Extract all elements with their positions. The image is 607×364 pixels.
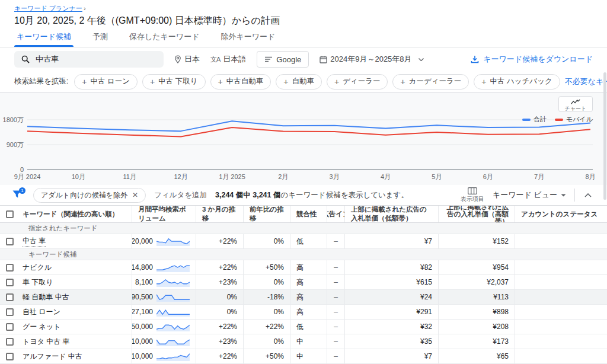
chip-label: 中古 ハッチバック [490, 76, 552, 87]
location-selector[interactable]: 日本 [174, 54, 200, 65]
network-selector[interactable]: Google [257, 51, 309, 68]
chip-label: 中古自動車 [226, 76, 264, 87]
table-row[interactable]: トヨタ 中古 車110,000+23%0%中–¥35¥173 [0, 334, 607, 349]
add-keyword-chip[interactable]: +カーディーラー [392, 74, 469, 90]
column-header-label: 上部に掲載された広告の入札単価（高額帯） [445, 206, 509, 222]
trend-sparkline [156, 336, 190, 347]
volume-cell: 110,000 [132, 334, 196, 349]
column-header-label: キーワード（関連性の高い順） [23, 210, 119, 219]
search-network-icon [264, 56, 273, 63]
legend-swatch [522, 119, 531, 121]
high-bid-cell: ¥208 [438, 320, 515, 334]
download-keyword-ideas-button[interactable]: キーワード候補をダウンロード [471, 54, 593, 65]
account-status-cell [515, 349, 607, 363]
row-checkbox[interactable] [6, 323, 14, 331]
select-all-checkbox[interactable] [6, 210, 14, 218]
keyword-view-dropdown[interactable]: キーワード ビュー [493, 190, 566, 200]
table-row[interactable]: 軽 自動車 中古90,5000%-18%高–¥24¥113 [0, 290, 607, 305]
table-header-row: キーワード（関連性の高い順）月間平均検索ボリューム3 か月の推移前年比の推移競合… [0, 206, 607, 223]
three-month-change-cell: 0% [196, 290, 243, 304]
chart-type-button[interactable]: チャート [558, 96, 593, 112]
column-header-7[interactable]: 上部に掲載された広告の入札単価（高額帯） [438, 206, 515, 222]
chart-type-button-label: チャート [565, 106, 587, 111]
vertical-scrollbar[interactable] [603, 72, 606, 200]
active-filter-label: アダルト向けの候補を除外 [41, 190, 127, 200]
dropdown-caret-icon [561, 194, 566, 197]
volume-value: 450,000 [132, 323, 153, 331]
row-checkbox[interactable] [6, 238, 14, 245]
low-bid-cell: ¥82 [344, 260, 438, 274]
column-header-6[interactable]: 上部に掲載された広告の入札単価（低額帯） [344, 206, 438, 222]
columns-button[interactable]: 表示項目 [461, 187, 484, 203]
keyword-label: 中古 車 [23, 236, 46, 247]
account-status-cell [515, 234, 607, 248]
row-checkbox[interactable] [6, 338, 14, 346]
collapse-panel-button[interactable] [583, 193, 593, 197]
table-row[interactable]: 車 下取り8,100+23%0%高–¥615¥2,037 [0, 275, 607, 290]
add-keyword-chip[interactable]: +中古自動車 [210, 74, 271, 90]
search-input[interactable]: 中古車 [14, 51, 164, 68]
column-header-label: 上部に掲載された広告の入札単価（低額帯） [351, 206, 432, 222]
tab-3[interactable]: 除外キーワード [218, 31, 277, 47]
low-bid-cell: ¥7 [344, 349, 438, 363]
language-selector[interactable]: 文A 日本語 [210, 54, 246, 65]
table-row[interactable]: アルファード 中古110,000+22%+50%中–¥7¥65 [0, 349, 607, 364]
column-header-3[interactable]: 前年比の推移 [243, 206, 290, 222]
row-checkbox[interactable] [6, 264, 14, 272]
add-keyword-chip[interactable]: +自動車 [276, 74, 322, 90]
high-bid-cell: ¥2,037 [438, 275, 515, 289]
volume-value: 14,800 [132, 263, 153, 272]
filter-funnel-button[interactable]: 1 [12, 189, 25, 201]
keyword-label: 車 下取り [23, 277, 53, 288]
high-bid-cell: ¥152 [438, 234, 515, 248]
tab-1[interactable]: 予測 [90, 31, 110, 47]
exclude-keywords-link[interactable]: 不必要なキーワードを除外する [565, 76, 607, 87]
location-label: 日本 [184, 54, 200, 65]
keyword-cell: 中古 車 [0, 234, 132, 248]
add-keyword-chip[interactable]: +中古 ハッチバック [474, 74, 560, 90]
table-row[interactable]: グー ネット450,000+22%+22%低–¥32¥208 [0, 320, 607, 334]
competition-cell: 中 [290, 334, 327, 349]
plus-icon: + [400, 77, 405, 87]
breadcrumb-link[interactable]: キーワード プランナー [14, 5, 82, 12]
yoy-change-cell: 0% [243, 234, 290, 248]
table-row[interactable]: 中古 車1,220,000+22%0%低–¥7¥152 [0, 234, 607, 249]
table-row[interactable]: ナビクル14,800+22%+50%高–¥82¥954 [0, 260, 607, 275]
svg-text:10月: 10月 [72, 173, 85, 180]
chevron-down-icon [418, 58, 424, 61]
column-header-8[interactable]: アカウントのステータス [515, 206, 607, 222]
tab-0[interactable]: キーワード候補 [14, 31, 74, 47]
volume-cell: 27,100 [132, 305, 196, 319]
plus-icon: + [150, 77, 155, 87]
breadcrumb: キーワード プランナー› [14, 4, 593, 13]
row-checkbox[interactable] [6, 353, 14, 360]
chip-label: カーディーラー [409, 76, 462, 87]
plus-icon: + [481, 77, 486, 87]
low-bid-cell: ¥24 [344, 290, 438, 304]
language-label: 日本語 [223, 54, 246, 65]
column-header-2[interactable]: 3 か月の推移 [196, 206, 243, 222]
ad-impression-share-cell: – [327, 234, 344, 248]
tab-2[interactable]: 保存したキーワード [127, 31, 202, 47]
row-checkbox[interactable] [6, 279, 14, 286]
keyword-cell: 自社 ローン [0, 305, 132, 319]
row-checkbox[interactable] [6, 293, 14, 301]
date-range-selector[interactable]: 2024年9月～2025年8月 [320, 54, 423, 65]
volume-cell: 1,220,000 [132, 234, 196, 248]
column-header-0[interactable]: キーワード（関連性の高い順） [0, 206, 132, 222]
ad-impression-share-cell: – [327, 334, 344, 349]
keyword-cell: トヨタ 中古 車 [0, 334, 132, 349]
add-keyword-chip[interactable]: +ディーラー [327, 74, 388, 90]
column-header-4[interactable]: 競合性 [290, 206, 327, 222]
add-keyword-chip[interactable]: +中古 ローン [74, 74, 138, 90]
competition-cell: 高 [290, 275, 327, 289]
table-row[interactable]: 自社 ローン27,1000%0%高–¥291¥898 [0, 305, 607, 320]
column-header-1[interactable]: 月間平均検索ボリューム [132, 206, 196, 222]
row-checkbox[interactable] [6, 308, 14, 316]
add-filter-button[interactable]: フィルタを追加 [154, 190, 207, 200]
svg-text:3月: 3月 [330, 173, 340, 180]
add-keyword-chip[interactable]: +中古 下取り [142, 74, 205, 90]
remove-filter-icon[interactable]: ✕ [132, 191, 138, 199]
active-filter-chip[interactable]: アダルト向けの候補を除外 ✕ [33, 188, 146, 203]
column-header-5[interactable]: 広告イン [327, 206, 344, 222]
